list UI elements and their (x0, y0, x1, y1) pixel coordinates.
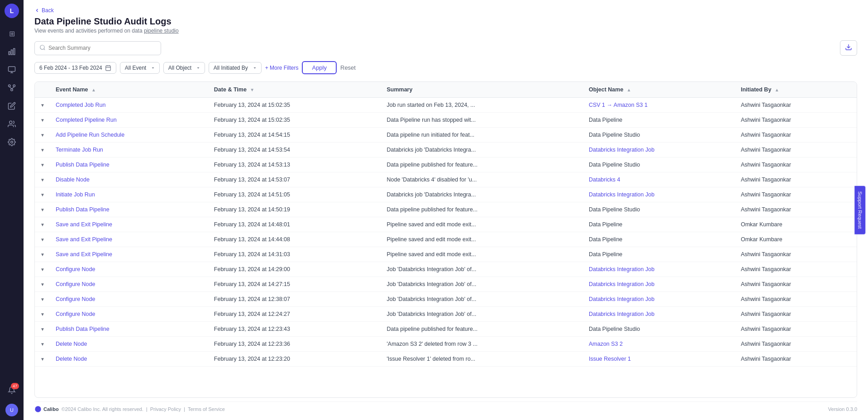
event-filter[interactable]: All Event (120, 62, 160, 74)
row-expand-icon[interactable]: ▼ (40, 357, 45, 362)
privacy-policy-link[interactable]: Privacy Policy (150, 406, 181, 412)
back-link[interactable]: Back (34, 7, 857, 14)
event-name-cell[interactable]: Save and Exit Pipeline (56, 251, 112, 258)
page-subtitle: View events and activities performed on … (34, 28, 857, 34)
row-expand-icon[interactable]: ▼ (40, 222, 45, 227)
date-range-filter[interactable]: 6 Feb 2024 - 13 Feb 2024 (34, 62, 116, 74)
col-initiated-by[interactable]: Initiated By ▲ (735, 82, 857, 98)
table-row: ▼ Configure Node February 13, 2024 at 12… (35, 292, 857, 307)
row-expand-icon[interactable]: ▼ (40, 297, 45, 302)
object-filter[interactable]: All Object (163, 62, 205, 74)
grid-icon[interactable]: ⊞ (4, 25, 20, 42)
event-name-cell[interactable]: Completed Job Run (56, 102, 105, 108)
table-header-row: Event Name ▲ Date & Time ▼ Summary Objec… (35, 82, 857, 98)
summary-cell: Data pipeline run initiated for feat... (381, 128, 583, 143)
table-row: ▼ Configure Node February 13, 2024 at 14… (35, 262, 857, 277)
row-expand-icon[interactable]: ▼ (40, 177, 45, 182)
initiated-filter[interactable]: All Initiated By (209, 62, 262, 74)
event-name-cell[interactable]: Save and Exit Pipeline (56, 221, 112, 228)
event-name-cell[interactable]: Initiate Job Run (56, 191, 95, 198)
date-time-cell: February 13, 2024 at 14:27:15 (209, 277, 382, 292)
row-expand-icon[interactable]: ▼ (40, 312, 45, 317)
col-date-time[interactable]: Date & Time ▼ (209, 82, 382, 98)
object-name-cell[interactable]: Databricks Integration Job (583, 277, 735, 292)
object-name-cell[interactable]: Databricks Integration Job (583, 292, 735, 307)
row-expand-icon[interactable]: ▼ (40, 237, 45, 242)
table-row: ▼ Configure Node February 13, 2024 at 14… (35, 277, 857, 292)
svg-line-9 (10, 87, 12, 89)
col-object-name[interactable]: Object Name ▲ (583, 82, 735, 98)
initiated-by-cell: Ashwini Tasgaonkar (735, 262, 857, 277)
object-name-cell[interactable]: Issue Resolver 1 (583, 352, 735, 367)
event-name-cell[interactable]: Publish Data Pipeline (56, 326, 110, 332)
row-expand-icon[interactable]: ▼ (40, 148, 45, 153)
event-name-cell[interactable]: Publish Data Pipeline (56, 206, 110, 213)
flow-icon[interactable] (4, 80, 20, 96)
event-name-cell[interactable]: Save and Exit Pipeline (56, 236, 112, 243)
row-expand-icon[interactable]: ▼ (40, 162, 45, 167)
event-name-cell[interactable]: Completed Pipeline Run (56, 117, 117, 123)
more-filters-button[interactable]: + More Filters (265, 65, 299, 71)
row-expand-icon[interactable]: ▼ (40, 327, 45, 332)
event-name-cell[interactable]: Configure Node (56, 281, 95, 287)
edit-icon[interactable] (4, 98, 20, 114)
col-event-name[interactable]: Event Name ▲ (50, 82, 209, 98)
object-name-cell: Data Pipeline Studio (583, 322, 735, 337)
row-expand-icon[interactable]: ▼ (40, 103, 45, 108)
row-expand-icon[interactable]: ▼ (40, 133, 45, 138)
download-button[interactable] (840, 40, 857, 56)
table-row: ▼ Publish Data Pipeline February 13, 202… (35, 158, 857, 172)
event-name-cell[interactable]: Configure Node (56, 311, 95, 317)
page-title: Data Pipeline Studio Audit Logs (34, 16, 857, 27)
object-name-cell[interactable]: CSV 1 → Amazon S3 1 (583, 98, 735, 113)
initiated-by-cell: Ashwini Tasgaonkar (735, 98, 857, 113)
row-expand-icon[interactable]: ▼ (40, 282, 45, 287)
event-name-cell[interactable]: Add Pipeline Run Schedule (56, 132, 124, 138)
initiated-by-cell: Ashwini Tasgaonkar (735, 292, 857, 307)
event-name-cell[interactable]: Delete Node (56, 356, 87, 362)
date-time-cell: February 13, 2024 at 12:23:36 (209, 337, 382, 352)
date-time-cell: February 13, 2024 at 14:48:01 (209, 217, 382, 232)
svg-point-12 (11, 141, 13, 143)
object-name-cell[interactable]: Databricks 4 (583, 172, 735, 187)
apply-button[interactable]: Apply (302, 61, 337, 74)
row-expand-icon[interactable]: ▼ (40, 207, 45, 212)
monitor-icon[interactable] (4, 62, 20, 78)
object-name-cell: Data Pipeline (583, 113, 735, 128)
object-name-cell[interactable]: Amazon S3 2 (583, 337, 735, 352)
users-icon[interactable] (4, 116, 20, 132)
support-request-tab[interactable]: Support Request (855, 186, 866, 234)
event-name-cell[interactable]: Publish Data Pipeline (56, 162, 110, 168)
search-box[interactable] (34, 41, 161, 55)
object-name-cell[interactable]: Databricks Integration Job (583, 262, 735, 277)
terms-link[interactable]: Terms of Service (188, 406, 225, 412)
object-name-cell: Data Pipeline Studio (583, 158, 735, 172)
row-expand-icon[interactable]: ▼ (40, 118, 45, 123)
bar-chart-icon[interactable] (4, 43, 20, 60)
object-name-cell[interactable]: Databricks Integration Job (583, 307, 735, 322)
table-row: ▼ Save and Exit Pipeline February 13, 20… (35, 232, 857, 247)
reset-button[interactable]: Reset (340, 64, 356, 71)
row-expand-icon[interactable]: ▼ (40, 342, 45, 347)
footer-logo-text: Calibo (43, 406, 59, 412)
settings-icon[interactable] (4, 134, 20, 150)
event-name-cell[interactable]: Terminate Job Run (56, 147, 103, 153)
sidebar-logo[interactable]: L (5, 4, 19, 18)
svg-line-14 (44, 48, 45, 50)
row-expand-icon[interactable]: ▼ (40, 267, 45, 272)
object-name-cell[interactable]: Databricks Integration Job (583, 143, 735, 158)
event-name-cell[interactable]: Disable Node (56, 177, 90, 183)
row-expand-icon[interactable]: ▼ (40, 192, 45, 197)
summary-cell: Job 'Databricks Integration Job' of... (381, 277, 583, 292)
event-name-cell[interactable]: Configure Node (56, 296, 95, 302)
notification-icon[interactable]: 47 (4, 382, 20, 398)
search-input[interactable] (48, 45, 156, 51)
initiated-by-cell: Ashwini Tasgaonkar (735, 143, 857, 158)
row-expand-icon[interactable]: ▼ (40, 252, 45, 257)
event-name-cell[interactable]: Delete Node (56, 341, 87, 347)
initiated-by-cell: Omkar Kumbare (735, 217, 857, 232)
object-name-cell[interactable]: Databricks Integration Job (583, 187, 735, 202)
date-time-cell: February 13, 2024 at 14:51:05 (209, 187, 382, 202)
event-name-cell[interactable]: Configure Node (56, 266, 95, 272)
avatar[interactable]: U (5, 404, 18, 416)
